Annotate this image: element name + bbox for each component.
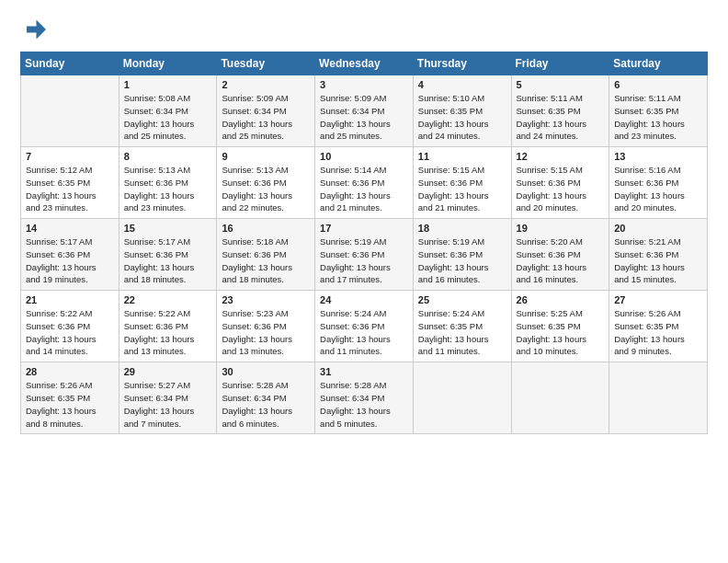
day-info: Sunrise: 5:22 AMSunset: 6:36 PMDaylight:…: [124, 307, 213, 358]
weekday-header-row: SundayMondayTuesdayWednesdayThursdayFrid…: [21, 52, 708, 75]
day-number: 30: [222, 366, 311, 377]
calendar-cell: 7Sunrise: 5:12 AMSunset: 6:35 PMDaylight…: [21, 147, 119, 219]
day-info: Sunrise: 5:24 AMSunset: 6:36 PMDaylight:…: [320, 307, 409, 358]
calendar-cell: 24Sunrise: 5:24 AMSunset: 6:36 PMDayligh…: [315, 291, 414, 362]
day-info: Sunrise: 5:11 AMSunset: 6:35 PMDaylight:…: [614, 92, 703, 143]
calendar-cell: 2Sunrise: 5:09 AMSunset: 6:34 PMDaylight…: [217, 75, 315, 147]
calendar-cell: 22Sunrise: 5:22 AMSunset: 6:36 PMDayligh…: [119, 291, 217, 362]
day-info: Sunrise: 5:15 AMSunset: 6:36 PMDaylight:…: [517, 164, 606, 214]
day-number: 14: [26, 223, 115, 234]
calendar-cell: 6Sunrise: 5:11 AMSunset: 6:35 PMDaylight…: [609, 75, 708, 147]
day-number: 18: [418, 223, 507, 234]
day-number: 21: [26, 294, 115, 305]
day-number: 26: [517, 294, 606, 305]
day-info: Sunrise: 5:09 AMSunset: 6:34 PMDaylight:…: [222, 92, 311, 143]
calendar-table: SundayMondayTuesdayWednesdayThursdayFrid…: [20, 52, 708, 434]
day-number: 15: [124, 223, 213, 234]
day-number: 28: [26, 366, 115, 377]
calendar-cell: 12Sunrise: 5:15 AMSunset: 6:36 PMDayligh…: [511, 147, 609, 219]
day-number: 12: [517, 151, 606, 162]
week-row-5: 28Sunrise: 5:26 AMSunset: 6:35 PMDayligh…: [21, 362, 708, 434]
calendar-cell: 26Sunrise: 5:25 AMSunset: 6:35 PMDayligh…: [511, 291, 609, 362]
day-number: 1: [124, 79, 213, 90]
day-info: Sunrise: 5:28 AMSunset: 6:34 PMDaylight:…: [222, 379, 311, 430]
day-info: Sunrise: 5:13 AMSunset: 6:36 PMDaylight:…: [222, 164, 311, 214]
day-number: 29: [124, 366, 213, 377]
logo: [20, 17, 50, 42]
day-number: 10: [320, 151, 409, 162]
day-number: 2: [222, 79, 311, 90]
day-number: 27: [614, 294, 703, 305]
day-number: 31: [320, 366, 409, 377]
calendar-cell: 4Sunrise: 5:10 AMSunset: 6:35 PMDaylight…: [413, 75, 511, 147]
day-info: Sunrise: 5:23 AMSunset: 6:36 PMDaylight:…: [222, 307, 311, 358]
calendar-cell: 9Sunrise: 5:13 AMSunset: 6:36 PMDaylight…: [217, 147, 315, 219]
day-number: 22: [124, 294, 213, 305]
day-info: Sunrise: 5:11 AMSunset: 6:35 PMDaylight:…: [517, 92, 606, 143]
calendar-cell: 11Sunrise: 5:15 AMSunset: 6:36 PMDayligh…: [413, 147, 511, 219]
day-info: Sunrise: 5:25 AMSunset: 6:35 PMDaylight:…: [517, 307, 606, 358]
calendar-cell: 14Sunrise: 5:17 AMSunset: 6:36 PMDayligh…: [21, 219, 119, 291]
day-number: 23: [222, 294, 311, 305]
day-info: Sunrise: 5:21 AMSunset: 6:36 PMDaylight:…: [614, 236, 703, 286]
day-number: 5: [517, 79, 606, 90]
day-number: 4: [418, 79, 507, 90]
day-info: Sunrise: 5:08 AMSunset: 6:34 PMDaylight:…: [124, 92, 213, 143]
header: [20, 17, 708, 42]
day-info: Sunrise: 5:20 AMSunset: 6:36 PMDaylight:…: [517, 236, 606, 286]
day-info: Sunrise: 5:24 AMSunset: 6:35 PMDaylight:…: [418, 307, 507, 358]
weekday-header-tuesday: Tuesday: [217, 52, 315, 75]
week-row-2: 7Sunrise: 5:12 AMSunset: 6:35 PMDaylight…: [21, 147, 708, 219]
day-number: 13: [614, 151, 703, 162]
day-info: Sunrise: 5:26 AMSunset: 6:35 PMDaylight:…: [26, 379, 115, 430]
calendar-cell: 16Sunrise: 5:18 AMSunset: 6:36 PMDayligh…: [217, 219, 315, 291]
day-info: Sunrise: 5:26 AMSunset: 6:35 PMDaylight:…: [614, 307, 703, 358]
day-number: 9: [222, 151, 311, 162]
day-info: Sunrise: 5:19 AMSunset: 6:36 PMDaylight:…: [418, 236, 507, 286]
calendar-cell: 28Sunrise: 5:26 AMSunset: 6:35 PMDayligh…: [21, 362, 119, 434]
day-info: Sunrise: 5:27 AMSunset: 6:34 PMDaylight:…: [124, 379, 213, 430]
calendar-cell: 18Sunrise: 5:19 AMSunset: 6:36 PMDayligh…: [413, 219, 511, 291]
day-number: 11: [418, 151, 507, 162]
day-number: 17: [320, 223, 409, 234]
weekday-header-thursday: Thursday: [413, 52, 511, 75]
week-row-4: 21Sunrise: 5:22 AMSunset: 6:36 PMDayligh…: [21, 291, 708, 362]
calendar-cell: 5Sunrise: 5:11 AMSunset: 6:35 PMDaylight…: [511, 75, 609, 147]
calendar-cell: [609, 362, 708, 434]
day-info: Sunrise: 5:17 AMSunset: 6:36 PMDaylight:…: [124, 236, 213, 286]
calendar-cell: 23Sunrise: 5:23 AMSunset: 6:36 PMDayligh…: [217, 291, 315, 362]
weekday-header-wednesday: Wednesday: [315, 52, 414, 75]
day-number: 20: [614, 223, 703, 234]
day-info: Sunrise: 5:18 AMSunset: 6:36 PMDaylight:…: [222, 236, 311, 286]
calendar-cell: 10Sunrise: 5:14 AMSunset: 6:36 PMDayligh…: [315, 147, 414, 219]
calendar-cell: 17Sunrise: 5:19 AMSunset: 6:36 PMDayligh…: [315, 219, 414, 291]
day-info: Sunrise: 5:14 AMSunset: 6:36 PMDaylight:…: [320, 164, 409, 214]
calendar-cell: 3Sunrise: 5:09 AMSunset: 6:34 PMDaylight…: [315, 75, 414, 147]
day-info: Sunrise: 5:16 AMSunset: 6:36 PMDaylight:…: [614, 164, 703, 214]
day-number: 16: [222, 223, 311, 234]
day-info: Sunrise: 5:22 AMSunset: 6:36 PMDaylight:…: [26, 307, 115, 358]
week-row-1: 1Sunrise: 5:08 AMSunset: 6:34 PMDaylight…: [21, 75, 708, 147]
calendar-cell: 30Sunrise: 5:28 AMSunset: 6:34 PMDayligh…: [217, 362, 315, 434]
calendar-cell: [413, 362, 511, 434]
weekday-header-saturday: Saturday: [609, 52, 708, 75]
day-info: Sunrise: 5:12 AMSunset: 6:35 PMDaylight:…: [26, 164, 115, 214]
weekday-header-friday: Friday: [511, 52, 609, 75]
calendar-cell: [21, 75, 119, 147]
calendar-cell: 25Sunrise: 5:24 AMSunset: 6:35 PMDayligh…: [413, 291, 511, 362]
day-number: 19: [517, 223, 606, 234]
day-info: Sunrise: 5:28 AMSunset: 6:34 PMDaylight:…: [320, 379, 409, 430]
day-info: Sunrise: 5:19 AMSunset: 6:36 PMDaylight:…: [320, 236, 409, 286]
calendar-cell: 13Sunrise: 5:16 AMSunset: 6:36 PMDayligh…: [609, 147, 708, 219]
calendar-cell: 20Sunrise: 5:21 AMSunset: 6:36 PMDayligh…: [609, 219, 708, 291]
calendar-cell: [511, 362, 609, 434]
day-number: 7: [26, 151, 115, 162]
calendar-cell: 31Sunrise: 5:28 AMSunset: 6:34 PMDayligh…: [315, 362, 414, 434]
calendar-cell: 1Sunrise: 5:08 AMSunset: 6:34 PMDaylight…: [119, 75, 217, 147]
day-info: Sunrise: 5:15 AMSunset: 6:36 PMDaylight:…: [418, 164, 507, 214]
day-info: Sunrise: 5:17 AMSunset: 6:36 PMDaylight:…: [26, 236, 115, 286]
calendar-cell: 29Sunrise: 5:27 AMSunset: 6:34 PMDayligh…: [119, 362, 217, 434]
day-number: 8: [124, 151, 213, 162]
day-number: 3: [320, 79, 409, 90]
calendar-cell: 8Sunrise: 5:13 AMSunset: 6:36 PMDaylight…: [119, 147, 217, 219]
